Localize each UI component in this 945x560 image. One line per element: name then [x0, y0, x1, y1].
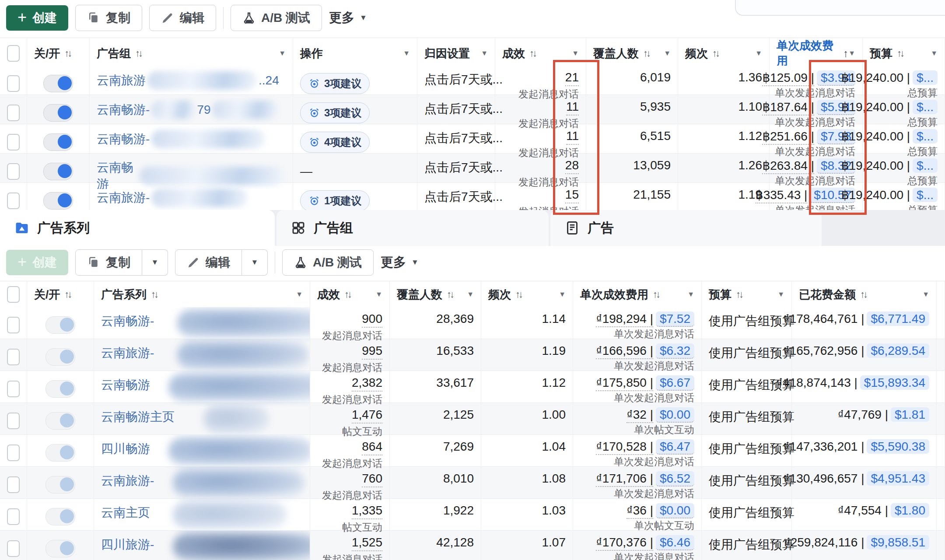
column-header-cost-per-result[interactable]: 单次成效费用↑▼ [770, 38, 863, 69]
campaign-active-toggle[interactable] [46, 540, 75, 557]
filter-caret-icon[interactable]: ▼ [467, 290, 474, 298]
tab-campaigns[interactable]: 广告系列 [0, 210, 275, 246]
column-header-results[interactable]: 成效↑↓▼ [310, 281, 390, 308]
results-value[interactable]: 1,335 [352, 504, 382, 519]
cost-usd-value[interactable]: $6.46 [656, 535, 694, 550]
cost-usd-value[interactable]: $6.67 [656, 375, 694, 391]
adset-active-toggle[interactable] [43, 192, 73, 210]
sort-arrows-icon[interactable]: ↑↓ [64, 289, 70, 300]
spent-usd-value[interactable]: $1.81 [891, 407, 929, 422]
column-header-frequency[interactable]: 频次↑↓▼ [481, 281, 573, 308]
spent-usd-value[interactable]: $15,893.34 [860, 375, 929, 390]
sort-arrows-icon[interactable]: ↑↓ [712, 48, 718, 59]
adset-name-link[interactable]: 云南畅游-79 [97, 101, 280, 119]
spent-usd-value[interactable]: $4,951.43 [867, 471, 929, 486]
row-checkbox[interactable] [7, 317, 20, 333]
results-value[interactable]: 15 [565, 188, 579, 203]
sort-arrows-icon[interactable]: ↑↓ [860, 289, 866, 300]
campaign-name-link[interactable]: 云南畅游- [101, 313, 154, 329]
results-value[interactable]: 11 [566, 129, 579, 145]
tab-adsets[interactable]: 广告组 [276, 210, 549, 246]
copy-button[interactable]: 复制 [75, 5, 142, 31]
budget-usd-value[interactable]: $... [913, 158, 938, 173]
campaign-name-link[interactable]: 四川旅游- [101, 536, 154, 553]
campaign-active-toggle[interactable] [46, 444, 75, 462]
sort-arrows-icon[interactable]: ↑↓ [447, 289, 453, 300]
more-button[interactable]: 更多 ▼ [381, 254, 419, 271]
results-value[interactable]: 2,382 [352, 376, 382, 392]
budget-usd-value[interactable]: $... [913, 188, 938, 202]
results-value[interactable]: 28 [565, 158, 579, 174]
suggestions-badge[interactable]: 1项建议 [300, 190, 370, 211]
campaign-name-link[interactable]: 云南主页 [101, 504, 150, 521]
select-all-checkbox[interactable] [7, 45, 20, 62]
column-header-campaign-name[interactable]: 广告系列↑↓▼ [94, 281, 310, 308]
sort-arrows-icon[interactable]: ↑↓ [151, 289, 157, 300]
results-value[interactable]: 1,476 [352, 408, 382, 424]
row-checkbox[interactable] [7, 508, 20, 525]
cost-usd-value[interactable]: $0.00 [656, 407, 694, 423]
results-value[interactable]: 760 [362, 472, 382, 487]
row-checkbox[interactable] [7, 444, 20, 461]
filter-caret-icon[interactable]: ▼ [559, 290, 566, 298]
sort-arrows-icon[interactable]: ↑↓ [736, 289, 742, 300]
results-value[interactable]: 900 [362, 312, 382, 328]
filter-caret-icon[interactable]: ▼ [481, 49, 488, 57]
spent-usd-value[interactable]: $1.80 [891, 503, 929, 518]
filter-caret-icon[interactable]: ▼ [296, 290, 303, 298]
filter-caret-icon[interactable]: ▼ [848, 49, 855, 57]
budget-usd-value[interactable]: $... [913, 70, 938, 85]
cost-usd-value[interactable]: $0.00 [656, 503, 694, 518]
campaign-name-link[interactable]: 云南畅游 [101, 377, 150, 393]
campaign-name-link[interactable]: 云南畅游主页 [101, 409, 175, 425]
cost-usd-value[interactable]: $6.32 [656, 343, 694, 359]
sort-arrows-icon[interactable]: ↑↓ [344, 289, 350, 300]
ab-test-button[interactable]: A/B 测试 [282, 249, 374, 276]
adset-active-toggle[interactable] [43, 104, 73, 122]
adset-active-toggle[interactable] [43, 163, 73, 180]
campaign-active-toggle[interactable] [46, 380, 75, 398]
campaign-active-toggle[interactable] [46, 348, 75, 366]
column-header-reach[interactable]: 覆盖人数↑↓▼ [390, 281, 481, 308]
budget-usd-value[interactable]: $... [913, 100, 938, 114]
column-header-toggle[interactable]: 关/开↑↓ [27, 281, 94, 308]
sort-arrows-icon[interactable]: ↑↓ [135, 48, 141, 59]
cost-usd-value[interactable]: $6.47 [656, 439, 694, 455]
select-all-checkbox[interactable] [7, 286, 20, 303]
suggestions-badge[interactable]: 3项建议 [300, 73, 370, 94]
column-header-spent[interactable]: 已花费金额↑↓▼ [792, 281, 937, 308]
campaign-active-toggle[interactable] [46, 412, 75, 430]
filter-caret-icon[interactable]: ▼ [922, 290, 929, 298]
campaign-active-toggle[interactable] [46, 476, 75, 494]
row-checkbox[interactable] [7, 163, 20, 180]
spent-usd-value[interactable]: $5,590.38 [867, 439, 929, 454]
adset-active-toggle[interactable] [43, 133, 73, 151]
filter-caret-icon[interactable]: ▼ [572, 49, 579, 57]
budget-usd-value[interactable]: $... [913, 129, 938, 144]
campaign-active-toggle[interactable] [46, 508, 75, 525]
edit-dropdown-toggle[interactable]: ▼ [242, 249, 268, 276]
results-value[interactable]: 1,525 [352, 536, 382, 551]
sort-arrows-icon[interactable]: ↑↓ [529, 48, 536, 59]
suggestions-badge[interactable]: 3项建议 [300, 102, 370, 123]
adset-name-link[interactable]: 云南旅游- [97, 189, 249, 207]
filter-caret-icon[interactable]: ▼ [279, 49, 286, 57]
column-header-results[interactable]: 成效↑↓▼ [495, 38, 586, 69]
row-checkbox[interactable] [7, 75, 20, 92]
filter-caret-icon[interactable]: ▼ [687, 290, 694, 298]
results-value[interactable]: 995 [362, 344, 382, 360]
row-checkbox[interactable] [7, 476, 20, 493]
sort-arrows-icon[interactable]: ↑↓ [653, 289, 659, 300]
row-checkbox[interactable] [7, 413, 20, 429]
adset-name-link[interactable]: 云南畅游- [97, 130, 267, 148]
campaign-name-link[interactable]: 四川畅游 [101, 441, 150, 457]
column-header-toggle[interactable]: 关/开↑↓ [27, 38, 90, 69]
column-header-frequency[interactable]: 频次↑↓▼ [678, 38, 770, 69]
filter-caret-icon[interactable]: ▼ [664, 49, 671, 57]
tab-ads[interactable]: 广告 [550, 210, 822, 246]
column-header-reach[interactable]: 覆盖人数↑↓▼ [586, 38, 678, 69]
campaign-active-toggle[interactable] [46, 316, 75, 334]
suggestions-badge[interactable]: 4项建议 [300, 132, 370, 153]
sort-arrows-icon[interactable]: ↑↓ [64, 48, 70, 59]
create-button-disabled[interactable]: + 创建 [6, 250, 68, 275]
